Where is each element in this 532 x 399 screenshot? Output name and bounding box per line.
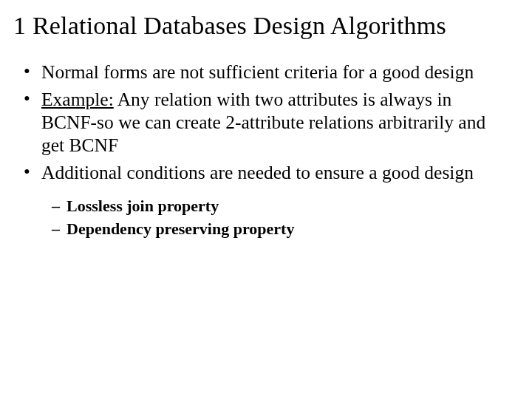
bullet-text: Additional conditions are needed to ensu… [41,162,474,183]
bullet-text: Normal forms are not sufficient criteria… [41,61,474,83]
sub-bullet-text: Dependency preserving property [66,219,294,238]
sub-bullet-item: Lossless join property [52,195,511,217]
sub-bullet-list: Lossless join property Dependency preser… [41,195,511,240]
bullet-list: Normal forms are not sufficient criteria… [13,61,519,240]
bullet-item: Example: Any relation with two attribute… [21,88,511,157]
bullet-prefix: Example: [41,89,114,110]
sub-bullet-text: Lossless join property [66,197,219,215]
bullet-item: Normal forms are not sufficient criteria… [21,61,511,83]
sub-bullet-item: Dependency preserving property [52,218,511,240]
slide: 1 Relational Databases Design Algorithms… [0,0,532,399]
slide-title: 1 Relational Databases Design Algorithms [13,12,519,40]
bullet-item: Additional conditions are needed to ensu… [21,161,511,239]
